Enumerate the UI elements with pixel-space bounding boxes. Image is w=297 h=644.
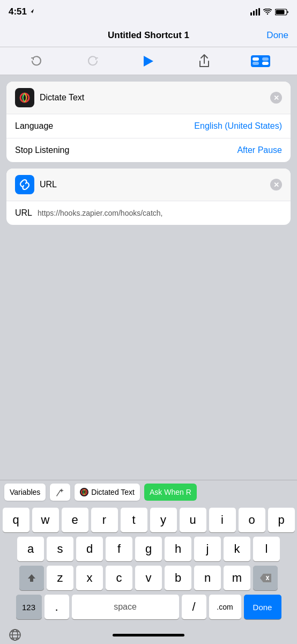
undo-icon (29, 54, 44, 69)
key-u[interactable]: u (180, 508, 206, 532)
svg-rect-8 (262, 57, 269, 61)
svg-rect-9 (253, 62, 259, 65)
undo-button[interactable] (27, 52, 46, 71)
numbers-key[interactable]: 123 (16, 595, 42, 619)
key-f[interactable]: f (106, 537, 132, 561)
url-close-button[interactable]: ✕ (270, 179, 282, 191)
key-a[interactable]: a (17, 537, 44, 561)
dictate-header-left: Dictate Text (15, 88, 84, 107)
dotcom-key[interactable]: .com (209, 595, 241, 619)
dot-key[interactable]: . (44, 595, 69, 619)
dictate-close-icon: ✕ (273, 94, 279, 101)
key-m[interactable]: m (224, 566, 250, 590)
play-button[interactable] (139, 52, 158, 71)
delete-icon (259, 574, 271, 582)
key-p[interactable]: p (268, 508, 295, 532)
url-row-label: URL (15, 208, 32, 218)
svg-rect-1 (253, 11, 255, 16)
language-value: English (United States) (194, 121, 282, 131)
delete-key[interactable] (253, 566, 278, 590)
key-l[interactable]: l (253, 537, 280, 561)
suggestions-row: Variables Dictated Text Ask When R (0, 480, 297, 503)
keyboard-done-key[interactable]: Done (244, 595, 281, 619)
battery-icon (275, 9, 288, 16)
keyboard-row-1: q w e r t y u i o p (2, 508, 295, 532)
dictated-text-chip[interactable]: Dictated Text (75, 484, 140, 501)
svg-rect-0 (250, 12, 252, 16)
language-row[interactable]: Language English (United States) (6, 114, 291, 138)
link-icon (19, 179, 31, 191)
stop-listening-value: After Pause (237, 145, 282, 155)
key-y[interactable]: y (150, 508, 177, 532)
dictated-text-label: Dictated Text (91, 488, 135, 496)
keyboard-container: Variables Dictated Text Ask When R q w (0, 480, 297, 644)
toggle-settings-icon (251, 55, 270, 67)
share-button[interactable] (195, 52, 214, 71)
shift-key[interactable] (19, 566, 44, 590)
slash-key[interactable]: / (182, 595, 206, 619)
ask-when-label: Ask When R (150, 488, 191, 496)
key-r[interactable]: r (91, 508, 118, 532)
key-z[interactable]: z (47, 566, 73, 590)
keyboard-row-bottom: 123 . space / .com Done (2, 595, 295, 619)
nav-bar: Untitled Shortcut 1 Done (0, 24, 297, 47)
key-b[interactable]: b (165, 566, 191, 590)
key-v[interactable]: v (135, 566, 162, 590)
key-x[interactable]: x (76, 566, 103, 590)
keyboard-done-label: Done (253, 603, 272, 612)
key-k[interactable]: k (224, 537, 250, 561)
key-q[interactable]: q (3, 508, 29, 532)
key-d[interactable]: d (76, 537, 103, 561)
home-indicator (113, 634, 184, 636)
key-n[interactable]: n (194, 566, 221, 590)
settings-button[interactable] (251, 52, 270, 71)
shift-icon (27, 573, 36, 583)
stop-listening-row[interactable]: Stop Listening After Pause (6, 138, 291, 162)
stop-listening-label: Stop Listening (15, 145, 69, 155)
svg-rect-7 (253, 57, 259, 61)
bottom-bar (0, 626, 297, 644)
url-header-left: URL (15, 175, 57, 194)
dictated-text-chip-icon (80, 488, 88, 496)
numbers-label: 123 (22, 603, 35, 612)
svg-rect-5 (276, 10, 285, 14)
dot-label: . (55, 600, 58, 614)
globe-icon[interactable] (9, 628, 21, 641)
svg-rect-6 (251, 55, 270, 67)
url-card: URL ✕ URL https://hooks.zapier.com/hooks… (6, 169, 291, 225)
svg-rect-10 (262, 62, 269, 65)
keyboard: q w e r t y u i o p a s d f g h j k l (0, 503, 297, 626)
redo-icon (85, 54, 100, 69)
main-content: Dictate Text ✕ Language English (United … (0, 75, 297, 231)
url-icon (15, 175, 34, 194)
svg-rect-2 (256, 9, 257, 16)
status-icons (250, 8, 288, 16)
key-s[interactable]: s (47, 537, 73, 561)
signal-icon (250, 8, 260, 16)
status-time: 4:51 (9, 6, 35, 17)
ask-when-chip[interactable]: Ask When R (144, 484, 197, 501)
dictate-close-button[interactable]: ✕ (270, 92, 282, 104)
key-e[interactable]: e (62, 508, 88, 532)
slash-label: / (192, 600, 195, 614)
dotcom-label: .com (217, 603, 233, 611)
url-card-title: URL (40, 180, 57, 189)
key-o[interactable]: o (239, 508, 265, 532)
nav-title: Untitled Shortcut 1 (108, 30, 189, 41)
redo-button[interactable] (83, 52, 102, 71)
key-t[interactable]: t (121, 508, 147, 532)
key-c[interactable]: c (106, 566, 132, 590)
key-j[interactable]: j (194, 537, 221, 561)
url-value-row[interactable]: URL https://hooks.zapier.com/hooks/catch… (6, 201, 291, 225)
key-w[interactable]: w (32, 508, 59, 532)
nav-done-button[interactable]: Done (266, 30, 288, 41)
location-icon (29, 9, 35, 15)
url-row-value: https://hooks.zapier.com/hooks/catch, (38, 209, 162, 217)
key-h[interactable]: h (165, 537, 191, 561)
space-key[interactable]: space (72, 595, 179, 619)
magic-chip[interactable] (50, 484, 70, 501)
status-bar: 4:51 (0, 0, 297, 24)
key-i[interactable]: i (209, 508, 236, 532)
variables-chip[interactable]: Variables (4, 484, 46, 501)
key-g[interactable]: g (135, 537, 162, 561)
